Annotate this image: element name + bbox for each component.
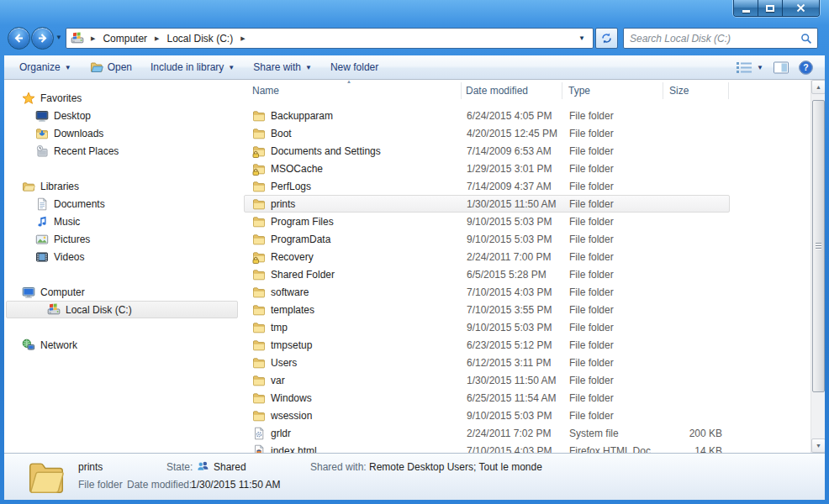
address-bar[interactable]: ▶Computer▶Local Disk (C:)▶ ▼: [66, 28, 594, 49]
file-date-modified: 6/12/2015 3:11 PM: [467, 357, 552, 369]
table-row[interactable]: prints1/30/2015 11:50 AMFile folder: [244, 195, 730, 213]
file-size: 14 KB: [657, 445, 722, 453]
sidebar-item-documents[interactable]: Documents: [6, 195, 238, 213]
sidebar-group-libraries[interactable]: Libraries: [6, 177, 238, 195]
file-name: Shared Folder: [271, 269, 335, 281]
sidebar-group-label: Network: [40, 339, 77, 351]
sidebar-item-downloads[interactable]: Downloads: [6, 124, 238, 142]
table-row[interactable]: MSOCache1/29/2015 3:01 PMFile folder: [244, 160, 730, 177]
change-view-button[interactable]: ▼: [737, 61, 763, 73]
file-size: 200 KB: [657, 428, 722, 439]
table-row[interactable]: Windows6/25/2015 11:54 AMFile folder: [244, 389, 730, 407]
column-divider[interactable]: [562, 82, 562, 99]
sidebar-item-music[interactable]: Music: [6, 213, 238, 230]
file-date-modified: 6/23/2015 5:12 PM: [467, 339, 552, 351]
search-icon[interactable]: [800, 33, 817, 45]
sidebar-item-desktop[interactable]: Desktop: [6, 107, 238, 124]
explorer-window: ▼ ▶Computer▶Local Disk (C:)▶ ▼ Organize▼…: [0, 0, 829, 504]
file-type: File folder: [569, 181, 614, 192]
search-input[interactable]: [624, 29, 800, 48]
star-icon: [22, 92, 35, 105]
pictures-icon: [35, 233, 49, 246]
folder-icon: [252, 180, 266, 193]
organize-label: Organize: [19, 61, 61, 73]
recent-places-icon: [35, 144, 49, 158]
file-date-modified: 6/5/2015 5:28 PM: [467, 269, 547, 281]
breadcrumb-separator-icon[interactable]: ▶: [234, 35, 251, 42]
column-divider[interactable]: [728, 82, 729, 99]
file-name: grldr: [271, 428, 291, 439]
help-button[interactable]: ?: [799, 60, 813, 75]
file-name: MSOCache: [271, 163, 323, 175]
sidebar-group-network[interactable]: Network: [6, 336, 238, 354]
organize-button[interactable]: Organize▼: [12, 58, 79, 76]
file-name: Boot: [271, 128, 292, 139]
maximize-button[interactable]: [758, 0, 783, 16]
table-row[interactable]: software7/10/2015 4:03 PMFile folder: [244, 283, 730, 301]
breadcrumb-item[interactable]: Computer: [102, 31, 148, 46]
file-name: wsession: [271, 410, 312, 422]
table-row[interactable]: Backupparam6/24/2015 4:05 PMFile folder: [244, 107, 730, 124]
breadcrumb-item[interactable]: Local Disk (C:): [166, 31, 234, 46]
folder-icon: [252, 409, 266, 423]
column-header-date-modified[interactable]: Date modified: [466, 85, 528, 97]
table-row[interactable]: Program Files9/10/2015 5:03 PMFile folde…: [244, 213, 730, 230]
file-list-pane: ▲ Name Date modified Type Size Backuppar…: [242, 80, 811, 453]
preview-pane-button[interactable]: [774, 61, 789, 74]
table-row[interactable]: grldr2/24/2011 7:02 PMSystem file200 KB: [244, 424, 730, 442]
scrollbar-thumb[interactable]: [812, 100, 825, 392]
file-type: File folder: [569, 304, 614, 316]
table-row[interactable]: Users6/12/2015 3:11 PMFile folder: [244, 354, 730, 371]
sidebar-item-local-disk-c[interactable]: Local Disk (C:): [6, 301, 238, 318]
table-row[interactable]: PerfLogs7/14/2009 4:37 AMFile folder: [244, 177, 730, 195]
table-row[interactable]: wsession9/10/2015 5:03 PMFile folder: [244, 407, 730, 424]
table-row[interactable]: index.html7/10/2015 4:03 PMFirefox HTML …: [244, 442, 730, 453]
sidebar-group-label: Favorites: [40, 92, 82, 104]
new-folder-button[interactable]: New folder: [323, 58, 386, 76]
folder-icon: [252, 127, 266, 140]
back-button[interactable]: [8, 27, 30, 50]
open-button[interactable]: Open: [82, 57, 140, 77]
refresh-button[interactable]: [595, 28, 618, 49]
sidebar-group-computer[interactable]: Computer: [6, 283, 238, 301]
sidebar-item-label: Local Disk (C:): [66, 304, 132, 316]
column-header-size[interactable]: Size: [669, 85, 689, 97]
scroll-up-button[interactable]: ▲: [811, 80, 825, 94]
sidebar-item-videos[interactable]: Videos: [6, 248, 238, 265]
table-row[interactable]: Boot4/20/2015 12:45 PMFile folder: [244, 124, 730, 142]
disk-icon[interactable]: [71, 32, 84, 45]
include-in-library-button[interactable]: Include in library▼: [143, 58, 242, 76]
file-date-modified: 9/10/2015 5:03 PM: [467, 410, 552, 422]
address-dropdown-icon[interactable]: ▼: [578, 34, 593, 42]
table-row[interactable]: templates7/10/2015 3:55 PMFile folder: [244, 301, 730, 318]
recent-pages-chevron-icon[interactable]: ▼: [55, 34, 62, 41]
sidebar-item-pictures[interactable]: Pictures: [6, 230, 238, 248]
table-row[interactable]: Shared Folder6/5/2015 5:28 PMFile folder: [244, 265, 730, 283]
column-header-name[interactable]: Name: [252, 85, 279, 97]
table-row[interactable]: tmp9/10/2015 5:03 PMFile folder: [244, 318, 730, 336]
folder-icon: [252, 391, 266, 405]
share-with-button[interactable]: Share with▼: [246, 58, 319, 76]
sidebar-group-favorites[interactable]: Favorites: [6, 89, 238, 107]
vertical-scrollbar[interactable]: ▲ ▼: [811, 80, 825, 453]
details-state-value: Shared: [214, 461, 246, 473]
table-row[interactable]: Documents and Settings7/14/2009 6:53 AMF…: [244, 142, 730, 160]
column-header-type[interactable]: Type: [568, 85, 590, 97]
breadcrumb-separator-icon[interactable]: ▶: [84, 35, 102, 42]
sidebar-item-recent-places[interactable]: Recent Places: [6, 142, 238, 160]
file-date-modified: 1/29/2015 3:01 PM: [467, 163, 552, 175]
table-row[interactable]: var1/30/2015 11:50 AMFile folder: [244, 371, 730, 389]
column-divider[interactable]: [461, 82, 462, 99]
refresh-icon: [600, 32, 613, 45]
table-row[interactable]: tmpsetup6/23/2015 5:12 PMFile folder: [244, 336, 730, 354]
forward-button[interactable]: [31, 27, 54, 50]
file-type: File folder: [569, 392, 614, 404]
minimize-button[interactable]: [734, 0, 758, 16]
table-row[interactable]: ProgramData9/10/2015 5:03 PMFile folder: [244, 230, 730, 248]
scroll-down-button[interactable]: ▼: [811, 438, 825, 453]
column-divider[interactable]: [663, 82, 663, 99]
file-type: File folder: [569, 357, 614, 369]
table-row[interactable]: Recovery2/24/2011 7:00 PMFile folder: [244, 248, 730, 265]
breadcrumb-separator-icon[interactable]: ▶: [148, 35, 166, 42]
close-button[interactable]: [783, 0, 819, 16]
